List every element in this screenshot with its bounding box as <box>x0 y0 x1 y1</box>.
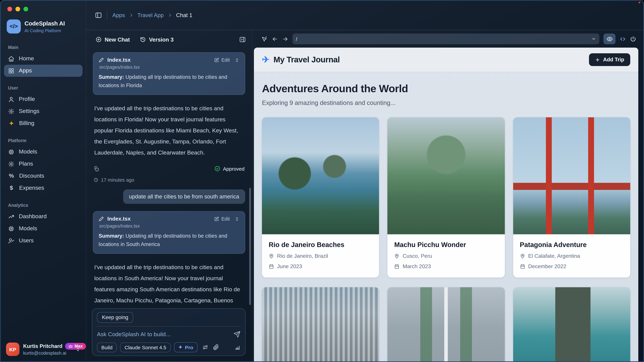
code-view-icon[interactable] <box>620 36 626 42</box>
paperclip-icon[interactable] <box>213 344 219 350</box>
user-icon <box>8 96 14 102</box>
sidebar-item-label: Models <box>19 148 37 155</box>
chevron-right-icon <box>129 13 133 17</box>
screen: </> CodeSplash AI AI Coding Platform Mai… <box>0 0 644 362</box>
copy-icon[interactable] <box>94 166 99 171</box>
sidebar-item-apps[interactable]: Apps <box>4 65 82 77</box>
chat-scrollbar[interactable] <box>249 188 251 305</box>
chip-icon <box>8 149 14 155</box>
sidebar-item-profile[interactable]: Profile <box>4 93 82 105</box>
nav-section-analytics: Analytics <box>8 203 82 208</box>
pro-toggle[interactable]: ✦ Pro <box>174 342 198 352</box>
sidebar-item-users[interactable]: Users <box>4 235 82 247</box>
url-bar[interactable]: / <box>292 33 600 44</box>
sidebar-item-expenses[interactable]: $ Expenses <box>4 182 82 194</box>
model-selector[interactable]: Claude Sonnet 4.5 <box>120 343 171 352</box>
prompt-input[interactable]: Ask CodeSplash AI to build... <box>97 331 234 338</box>
sidebar-item-discounts[interactable]: % Discounts <box>4 170 82 182</box>
brand: </> CodeSplash AI AI Coding Platform <box>7 19 82 33</box>
trip-card[interactable]: Rio de Janeiro Beaches Rio de Janeiro, B… <box>262 117 379 278</box>
minimize-window-button[interactable] <box>16 7 20 11</box>
assistant-message: I've updated all the trip destinations t… <box>94 103 244 158</box>
preview-page: ✈ My Travel Journal Add Trip Adventures … <box>254 48 638 361</box>
chat-header: New Chat Version 3 <box>86 30 252 48</box>
file-path: src/pages/Index.tsx <box>99 223 240 229</box>
gear-icon <box>8 161 14 167</box>
chevrons-up-down-icon[interactable] <box>234 57 240 62</box>
sidebar-item-settings[interactable]: Settings <box>4 105 82 117</box>
url-text: / <box>296 36 297 42</box>
panel-left-toggle-icon[interactable] <box>95 12 102 19</box>
trip-date: June 2023 <box>277 264 302 270</box>
back-arrow-icon[interactable] <box>272 36 278 42</box>
send-icon[interactable] <box>234 331 240 338</box>
trip-title: Rio de Janeiro Beaches <box>269 241 372 249</box>
chevron-down-icon[interactable] <box>591 36 596 41</box>
window-controls <box>4 5 82 11</box>
trip-date: December 2022 <box>528 264 566 270</box>
file-change-card[interactable]: Index.tsx Edit src/pages/Index.tsx Summa… <box>93 52 245 95</box>
sidebar-item-billing[interactable]: ✦ Billing <box>4 117 82 129</box>
file-change-card[interactable]: Index.tsx Edit src/pages/Index.tsx Summa… <box>93 211 245 254</box>
new-chat-button[interactable]: New Chat <box>96 36 130 43</box>
edit-button[interactable]: Edit <box>214 57 230 63</box>
dollar-icon: $ <box>8 185 15 191</box>
trip-image-obelisk-avenue-aerial <box>388 287 505 361</box>
calendar-icon <box>520 264 525 269</box>
sidebar-item-label: Dashboard <box>19 213 46 220</box>
home-icon <box>8 55 14 62</box>
preview-eye-button[interactable] <box>604 33 616 44</box>
breadcrumb-travel-app[interactable]: Travel App <box>137 12 164 18</box>
usage-chart-icon[interactable] <box>234 344 240 350</box>
grid-icon <box>8 67 14 74</box>
edit-label: Edit <box>221 57 230 63</box>
check-circle-icon <box>214 166 220 172</box>
sliders-icon[interactable] <box>202 344 208 350</box>
trip-card[interactable]: Machu Picchu Wonder Cusco, Peru March 20… <box>388 117 505 278</box>
quick-reply-chip[interactable]: Keep going <box>97 312 133 323</box>
sidebar-item-models-analytics[interactable]: Models <box>4 223 82 235</box>
nav-section-user: User <box>8 85 82 90</box>
trip-card[interactable] <box>513 287 630 361</box>
version-button[interactable]: Version 3 <box>140 36 174 43</box>
user-message-bubble: update all the cities to be from south a… <box>123 189 245 204</box>
sidebar-item-plans[interactable]: Plans <box>4 158 82 170</box>
sidebar-item-label: Billing <box>19 120 34 127</box>
sidebar-item-label: Expenses <box>19 185 44 191</box>
sidebar-item-home[interactable]: Home <box>4 53 82 65</box>
power-icon[interactable] <box>630 36 636 42</box>
sidebar-item-label: Settings <box>19 108 40 115</box>
sidebar: </> CodeSplash AI AI Coding Platform Mai… <box>1 1 86 361</box>
add-trip-label: Add Trip <box>603 57 624 63</box>
trip-card[interactable] <box>388 287 505 361</box>
edit-label: Edit <box>221 216 230 222</box>
add-trip-button[interactable]: Add Trip <box>589 53 630 66</box>
chevrons-up-down-icon[interactable] <box>234 216 240 221</box>
chat-messages[interactable]: Index.tsx Edit src/pages/Index.tsx Summa… <box>86 48 252 304</box>
sidebar-item-models[interactable]: Models <box>4 146 82 158</box>
inspect-pointer-icon[interactable] <box>261 36 268 42</box>
trip-card[interactable]: Patagonia Adventure El Calafate, Argenti… <box>513 117 630 278</box>
nav-section-platform: Platform <box>8 138 82 143</box>
site-content[interactable]: Adventures Around the World Exploring 9 … <box>254 72 638 361</box>
account-menu[interactable]: KP Kurtis Pritchard Max kurtis@codesplas… <box>4 340 82 357</box>
collapse-panel-icon[interactable] <box>239 36 246 43</box>
avatar: KP <box>6 343 20 356</box>
sparkle-icon: ✦ <box>8 120 15 126</box>
app-window: </> CodeSplash AI AI Coding Platform Mai… <box>0 0 644 362</box>
file-name: Index.tsx <box>107 216 211 222</box>
brand-logo-code-icon: </> <box>7 19 21 33</box>
close-window-button[interactable] <box>8 7 12 11</box>
mode-selector[interactable]: Build <box>97 343 117 352</box>
clock-icon <box>94 178 98 182</box>
breadcrumb-bar: Apps Travel App Chat 1 <box>86 1 643 30</box>
trip-card[interactable] <box>262 287 379 361</box>
site-header: ✈ My Travel Journal Add Trip <box>254 48 638 72</box>
trip-image-red-suspension-bridge <box>513 117 630 234</box>
sidebar-item-dashboard[interactable]: Dashboard <box>4 211 82 223</box>
edit-button[interactable]: Edit <box>214 216 230 222</box>
forward-arrow-icon[interactable] <box>282 36 288 42</box>
breadcrumb-apps[interactable]: Apps <box>112 12 125 18</box>
sidebar-item-label: Apps <box>19 67 32 74</box>
zoom-window-button[interactable] <box>24 7 28 11</box>
